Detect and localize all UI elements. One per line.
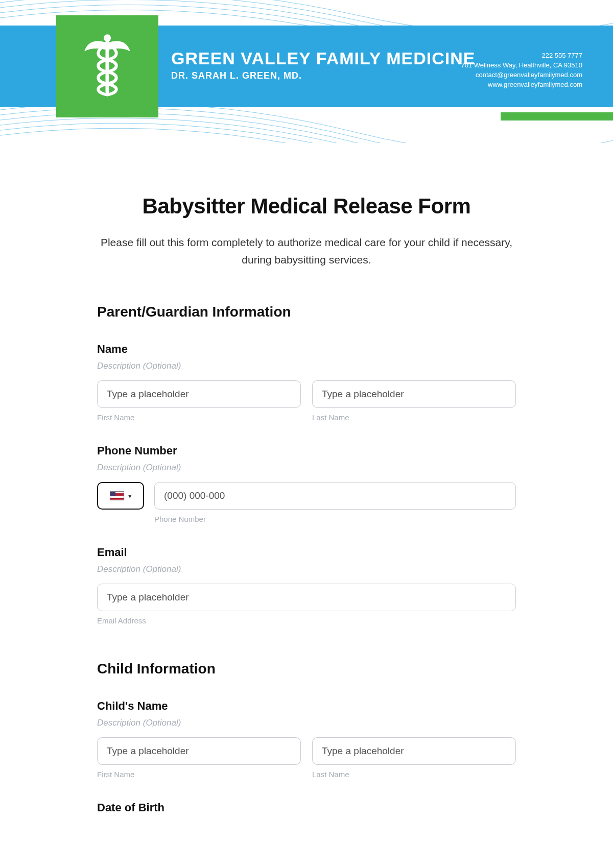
child-name-field: Child's Name Description (Optional) Firs… [97,700,516,779]
practice-name: GREEN VALLEY FAMILY MEDICINE [171,49,475,68]
chevron-down-icon: ▾ [128,492,132,500]
parent-email-label: Email [97,546,516,559]
parent-name-label: Name [97,343,516,356]
parent-phone-desc: Description (Optional) [97,463,516,473]
parent-first-name-sublabel: First Name [97,413,301,422]
child-first-name-sublabel: First Name [97,770,301,779]
parent-email-desc: Description (Optional) [97,564,516,574]
child-last-name-input[interactable] [312,737,516,765]
child-name-label: Child's Name [97,700,516,713]
parent-email-sublabel: Email Address [97,616,516,625]
doctor-name: DR. SARAH L. GREEN, MD. [171,70,475,81]
form-title: Babysitter Medical Release Form [97,194,516,219]
practice-website: www.greenvalleyfamilymed.com [461,80,583,90]
parent-first-name-input[interactable] [97,380,301,408]
parent-phone-input[interactable] [154,482,516,510]
practice-phone: 222 555 7777 [461,51,583,61]
us-flag-icon [110,491,124,500]
parent-phone-label: Phone Number [97,444,516,457]
parent-last-name-sublabel: Last Name [312,413,516,422]
section-child-title: Child Information [97,661,516,677]
child-dob-field: Date of Birth [97,801,516,814]
form-intro: Please fill out this form completely to … [97,234,516,268]
parent-email-input[interactable] [97,584,516,611]
practice-contact-block: 222 555 7777 701 Wellness Way, Healthvil… [461,51,583,89]
practice-email: contact@greenvalleyfamilymed.com [461,70,583,80]
child-last-name-sublabel: Last Name [312,770,516,779]
parent-name-field: Name Description (Optional) First Name L… [97,343,516,422]
country-code-select[interactable]: ▾ [97,482,144,510]
child-name-desc: Description (Optional) [97,718,516,728]
parent-name-desc: Description (Optional) [97,361,516,371]
practice-address: 701 Wellness Way, Healthville, CA 93510 [461,61,583,70]
form-content: Babysitter Medical Release Form Please f… [61,143,552,845]
parent-phone-sublabel: Phone Number [154,515,516,523]
parent-last-name-input[interactable] [312,380,516,408]
caduceus-icon [82,33,133,100]
child-first-name-input[interactable] [97,737,301,765]
child-dob-label: Date of Birth [97,801,516,814]
section-parent-title: Parent/Guardian Information [97,304,516,320]
practice-logo-box [56,15,158,117]
letterhead-banner: GREEN VALLEY FAMILY MEDICINE DR. SARAH L… [0,0,613,143]
parent-email-field: Email Description (Optional) Email Addre… [97,546,516,625]
header-green-accent [501,112,613,120]
practice-name-block: GREEN VALLEY FAMILY MEDICINE DR. SARAH L… [171,49,475,81]
parent-phone-field: Phone Number Description (Optional) ▾ Ph… [97,444,516,523]
